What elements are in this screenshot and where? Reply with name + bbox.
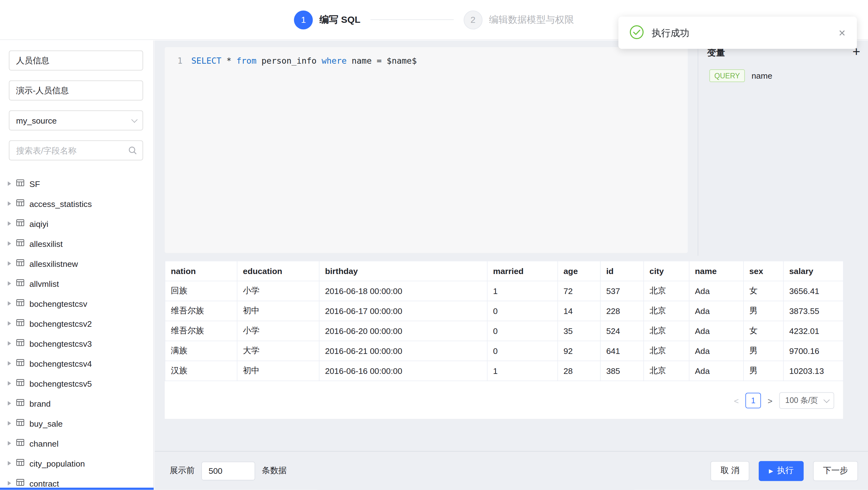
cell-id: 537 [600,281,644,301]
table-tree-item[interactable]: bochengtestcsv4 [0,353,154,373]
table-tree-item[interactable]: aiqiyi [0,213,154,234]
cell-name: Ada [689,301,744,321]
variables-title: 变量 [707,47,725,59]
limit-suffix-label: 条数据 [262,465,287,476]
table-tree-item[interactable]: channel [0,433,154,453]
table-name: allesxilist [29,239,63,248]
table-search-input[interactable] [9,141,143,160]
sql-editor[interactable]: 1 SELECT * from person_info where name =… [165,47,688,253]
datasource-select[interactable]: my_source [9,111,143,130]
table-tree-item[interactable]: bochengtestcsv5 [0,373,154,393]
table-icon [16,239,25,248]
cell-birthday: 2016-06-16 00:00:00 [319,361,487,381]
column-header: married [487,261,558,281]
table-name: SF [29,179,40,188]
step-1: 1 编写 SQL [294,10,360,29]
table-name: city_population [29,458,85,468]
table-tree-item[interactable]: access_statistics [0,193,154,213]
table-tree-item[interactable]: bochengtestcsv2 [0,313,154,333]
table-name: bochengtestcsv3 [29,339,92,348]
table-icon [16,378,25,388]
table-tree-item[interactable]: bochengtestcsv3 [0,333,154,353]
run-button-label: 执行 [777,465,794,476]
cell-name: Ada [689,361,744,381]
table-tree-item[interactable]: city_population [0,453,154,473]
table-icon [16,358,25,368]
table-name: buy_sale [29,419,63,428]
cell-salary: 3656.41 [783,281,843,301]
cell-married: 0 [487,301,558,321]
table-name: bochengtestcsv5 [29,378,92,388]
table-tree-item[interactable]: allesxilist [0,234,154,253]
caret-right-icon[interactable] [8,401,11,405]
table-icon [16,478,25,488]
cancel-button[interactable]: 取 消 [710,461,749,481]
cell-name: Ada [689,321,744,341]
chevron-down-icon [824,397,830,403]
table-icon [16,218,25,228]
table-name: bochengtestcsv2 [29,319,92,328]
table-icon [16,438,25,448]
column-header: birthday [319,261,487,281]
table-tree-item[interactable]: SF [0,174,154,193]
sidebar-scrollbar[interactable] [0,488,154,490]
next-page-icon[interactable]: > [767,396,774,405]
page-number[interactable]: 1 [745,393,761,408]
caret-right-icon[interactable] [8,261,11,266]
table-tree-item[interactable]: allvmlist [0,273,154,294]
cell-salary: 4232.01 [783,321,843,341]
column-header: nation [165,261,237,281]
caret-right-icon[interactable] [8,461,11,465]
cell-name: Ada [689,281,744,301]
table-tree-item[interactable]: allesxilistnew [0,253,154,273]
variable-row: QUERY name [710,69,773,82]
column-header: education [237,261,319,281]
table-tree-item[interactable]: brand [0,393,154,413]
dataset-description-input[interactable] [9,81,143,100]
table-row: 维吾尔族 小学 2016-06-20 00:00:00 0 35 524 北京 … [165,321,843,341]
step-connector [370,19,454,20]
caret-right-icon[interactable] [8,181,11,186]
table-tree-item[interactable]: bochengtestcsv [0,294,154,313]
dataset-name-input[interactable] [9,51,143,70]
table-tree: SF access_statistics [0,174,154,490]
table-tree-item[interactable]: buy_sale [0,413,154,433]
caret-right-icon[interactable] [8,421,11,425]
cell-education: 初中 [237,301,319,321]
table-icon [16,298,25,308]
next-step-button[interactable]: 下一步 [813,461,858,481]
line-number: 1 [170,55,183,67]
column-header: city [644,261,689,281]
caret-right-icon[interactable] [8,321,11,326]
caret-right-icon[interactable] [8,381,11,386]
cell-age: 28 [558,361,600,381]
cell-city: 北京 [644,301,689,321]
caret-right-icon[interactable] [8,361,11,365]
variables-panel: 变量 + QUERY name [698,40,868,256]
cell-married: 1 [487,281,558,301]
cell-nation: 回族 [165,281,237,301]
step-2-label: 编辑数据模型与权限 [489,13,574,26]
page-size-select[interactable]: 100 条/页 [779,392,834,409]
caret-right-icon[interactable] [8,481,11,485]
prev-page-icon[interactable]: < [733,396,740,405]
close-icon[interactable]: ✕ [838,27,846,38]
page-size-value: 100 条/页 [785,395,818,405]
cell-education: 大学 [237,341,319,361]
caret-right-icon[interactable] [8,441,11,446]
caret-right-icon[interactable] [8,201,11,206]
cell-sex: 男 [744,341,783,361]
cell-age: 35 [558,321,600,341]
success-toast: 执行成功 ✕ [618,17,857,49]
caret-right-icon[interactable] [8,221,11,226]
row-limit-input[interactable] [201,461,255,480]
run-button[interactable]: ▶ 执行 [759,461,803,481]
caret-right-icon[interactable] [8,241,11,246]
table-name: allvmlist [29,279,59,288]
cell-married: 0 [487,321,558,341]
cell-city: 北京 [644,281,689,301]
caret-right-icon[interactable] [8,341,11,345]
table-row: 满族 大学 2016-06-21 00:00:00 0 92 641 北京 Ad… [165,341,843,361]
caret-right-icon[interactable] [8,301,11,306]
caret-right-icon[interactable] [8,281,11,285]
